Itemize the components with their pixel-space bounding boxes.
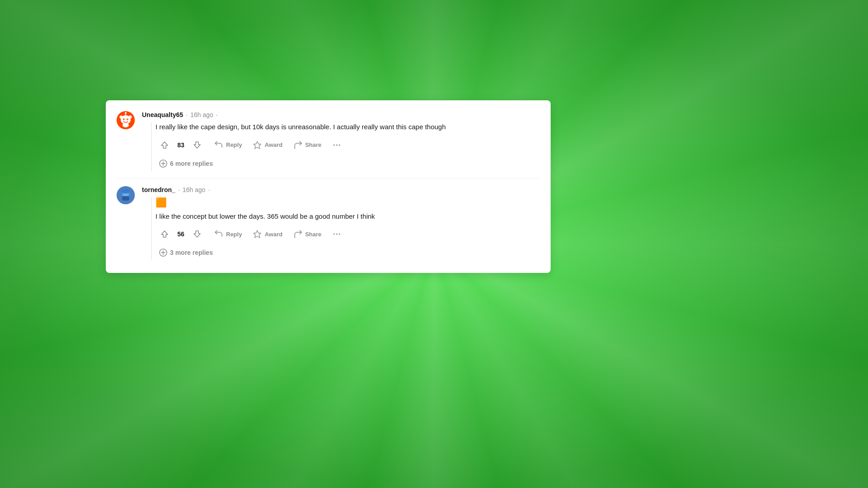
downvote-button[interactable] xyxy=(188,138,206,152)
upvote-button[interactable] xyxy=(156,138,174,152)
emoji-line: 🟧 xyxy=(156,197,540,208)
svg-point-24 xyxy=(334,234,335,235)
award-label: Award xyxy=(264,141,283,148)
downvote-button-2[interactable] xyxy=(188,227,206,241)
comment-header-2: tornedron_ · 16h ago · xyxy=(142,186,540,193)
more-button-2[interactable] xyxy=(328,227,346,241)
vote-section-2: 56 xyxy=(156,227,206,241)
comment-separator xyxy=(117,178,540,179)
share-icon-2 xyxy=(293,230,302,239)
separator-3: · xyxy=(178,186,180,193)
reply-button[interactable]: Reply xyxy=(210,138,246,152)
comments-card: Uneaqualty65 · 16h ago · I really like t… xyxy=(106,100,551,273)
svg-point-7 xyxy=(127,119,128,120)
award-icon xyxy=(253,141,262,150)
comment-item: Uneaqualty65 · 16h ago · I really like t… xyxy=(117,111,540,171)
reply-label-2: Reply xyxy=(226,231,242,238)
more-replies[interactable]: 6 more replies xyxy=(156,156,540,171)
award-button[interactable]: Award xyxy=(248,138,287,152)
share-button-2[interactable]: Share xyxy=(289,227,326,241)
svg-point-6 xyxy=(124,119,125,120)
expand-icon-2 xyxy=(159,249,167,257)
svg-point-10 xyxy=(123,123,129,127)
comment-body: Uneaqualty65 · 16h ago · I really like t… xyxy=(142,111,540,171)
more-icon xyxy=(332,141,341,150)
comment-thread-2: 🟧 I like the concept but lower the days.… xyxy=(151,197,540,261)
username-2[interactable]: tornedron_ xyxy=(142,186,175,193)
avatar xyxy=(117,111,135,129)
comment-header: Uneaqualty65 · 16h ago · xyxy=(142,111,540,118)
comment-thread: I really like the cape design, but 10k d… xyxy=(151,122,540,171)
more-replies-label-2: 3 more replies xyxy=(170,249,213,256)
more-button[interactable] xyxy=(328,138,346,152)
downvote-icon-2 xyxy=(193,230,202,239)
reply-icon-2 xyxy=(214,230,223,239)
share-button[interactable]: Share xyxy=(289,138,326,152)
share-label-2: Share xyxy=(305,231,321,238)
timestamp-2: 16h ago xyxy=(183,186,206,193)
svg-point-25 xyxy=(336,234,338,235)
reply-icon xyxy=(214,141,223,150)
reply-label: Reply xyxy=(226,141,242,148)
avatar-2 xyxy=(117,186,135,204)
svg-marker-11 xyxy=(254,141,261,149)
svg-rect-20 xyxy=(122,196,129,201)
vote-count: 83 xyxy=(176,141,185,149)
svg-point-2 xyxy=(120,116,123,119)
svg-point-12 xyxy=(334,144,335,145)
svg-point-26 xyxy=(339,234,340,235)
award-button-2[interactable]: Award xyxy=(248,227,287,241)
award-label-2: Award xyxy=(264,231,283,238)
separator: · xyxy=(186,111,188,118)
share-icon xyxy=(293,141,302,150)
svg-point-13 xyxy=(336,144,338,145)
more-replies-label: 6 more replies xyxy=(170,160,213,167)
comment-item-2: tornedron_ · 16h ago · 🟧 I like the conc… xyxy=(117,186,540,261)
more-icon-2 xyxy=(332,230,341,239)
more-replies-2[interactable]: 3 more replies xyxy=(156,245,540,260)
share-label: Share xyxy=(305,141,321,148)
svg-marker-23 xyxy=(254,230,261,238)
action-bar-2: 56 Reply xyxy=(156,227,540,241)
comment-body-2: tornedron_ · 16h ago · 🟧 I like the conc… xyxy=(142,186,540,261)
downvote-icon xyxy=(193,141,202,150)
svg-point-14 xyxy=(339,144,340,145)
upvote-icon xyxy=(160,141,169,150)
svg-point-3 xyxy=(129,116,132,119)
upvote-button-2[interactable] xyxy=(156,227,174,241)
svg-point-9 xyxy=(125,112,127,114)
separator-4: · xyxy=(208,186,210,193)
separator2: · xyxy=(216,111,218,118)
vote-count-2: 56 xyxy=(176,230,185,238)
vote-section: 83 xyxy=(156,138,206,152)
expand-icon xyxy=(159,160,167,168)
upvote-icon-2 xyxy=(160,230,169,239)
award-icon-2 xyxy=(253,230,262,239)
comment-text: I really like the cape design, but 10k d… xyxy=(156,122,540,132)
action-bar: 83 Reply xyxy=(156,138,540,152)
reply-button-2[interactable]: Reply xyxy=(210,227,246,241)
comment-text-2: I like the concept but lower the days. 3… xyxy=(156,211,540,222)
username[interactable]: Uneaqualty65 xyxy=(142,111,183,118)
timestamp: 16h ago xyxy=(190,111,213,118)
